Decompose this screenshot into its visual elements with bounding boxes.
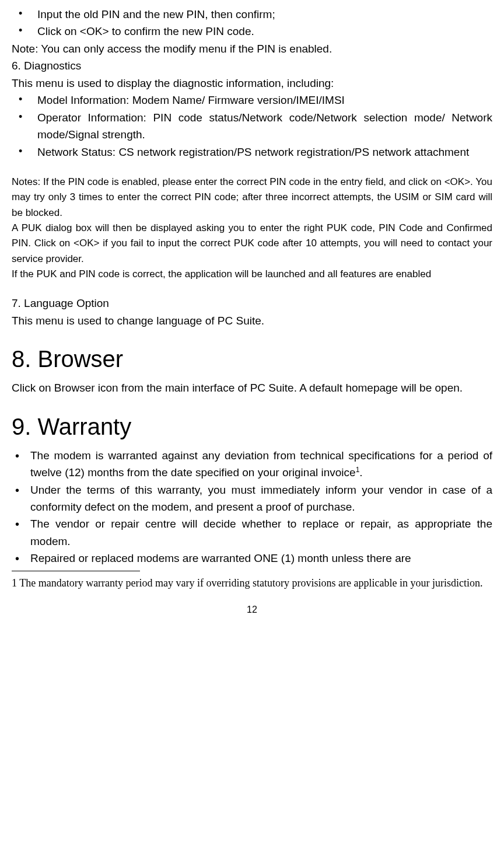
footnote-text: 1 The mandatory warranty period may vary… bbox=[12, 572, 492, 593]
warranty-list: The modem is warranted against any devia… bbox=[12, 447, 492, 567]
notes-paragraph-3: If the PUK and PIN code is correct, the … bbox=[12, 267, 492, 282]
pin-note: Note: You can only access the modify men… bbox=[12, 40, 492, 57]
list-item: Repaired or replaced modems are warrante… bbox=[12, 550, 492, 567]
list-item: The modem is warranted against any devia… bbox=[12, 447, 492, 481]
section-8-heading: 8. Browser bbox=[12, 341, 492, 377]
section-8-text: Click on Browser icon from the main inte… bbox=[12, 379, 492, 396]
list-item: Under the terms of this warranty, you mu… bbox=[12, 481, 492, 516]
list-item: Operator Information: PIN code status/Ne… bbox=[12, 109, 492, 144]
section-9-heading: 9. Warranty bbox=[12, 408, 492, 445]
warranty-item-1-end: . bbox=[359, 466, 362, 479]
page-number: 12 bbox=[12, 603, 492, 617]
section-6-heading: 6. Diagnostics bbox=[12, 57, 492, 74]
list-item: Model Information: Modem Name/ Firmware … bbox=[12, 92, 492, 109]
diagnostics-list: Model Information: Modem Name/ Firmware … bbox=[12, 92, 492, 160]
notes-paragraph-1: Notes: If the PIN code is enabled, pleas… bbox=[12, 174, 492, 221]
warranty-item-1-text: The modem is warranted against any devia… bbox=[30, 449, 492, 479]
footnote-separator bbox=[12, 571, 140, 571]
section-7-text: This menu is used to change language of … bbox=[12, 312, 492, 329]
list-item: Network Status: CS network registration/… bbox=[12, 144, 492, 160]
section-7-heading: 7. Language Option bbox=[12, 295, 492, 312]
list-item: Click on <OK> to confirm the new PIN cod… bbox=[12, 23, 492, 40]
notes-paragraph-2: A PUK dialog box will then be displayed … bbox=[12, 221, 492, 267]
section-6-intro: This menu is used to display the diagnos… bbox=[12, 75, 492, 92]
list-item: The vendor or repair centre will decide … bbox=[12, 515, 492, 550]
list-item: Input the old PIN and the new PIN, then … bbox=[12, 6, 492, 23]
pin-steps-list: Input the old PIN and the new PIN, then … bbox=[12, 6, 492, 40]
